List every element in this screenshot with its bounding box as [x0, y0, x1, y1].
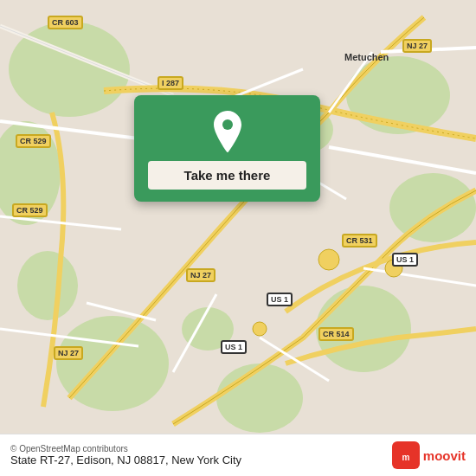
svg-point-7: [216, 363, 303, 433]
road-label-cr529a: CR 529: [16, 134, 51, 148]
bottom-bar: © OpenStreetMap contributors State RT-27…: [0, 434, 476, 476]
osm-credit: © OpenStreetMap contributors: [10, 444, 241, 453]
svg-point-27: [253, 322, 267, 336]
address-text: State RT-27, Edison, NJ 08817, New York …: [10, 453, 241, 466]
road-label-us1b: US 1: [267, 293, 293, 306]
take-me-there-button[interactable]: Take me there: [148, 161, 306, 190]
location-pin-icon: [211, 111, 244, 152]
svg-point-4: [389, 173, 476, 242]
bottom-left-info: © OpenStreetMap contributors State RT-27…: [10, 444, 241, 466]
road-label-cr603: CR 603: [48, 16, 83, 29]
location-card: Take me there: [134, 95, 320, 202]
road-label-cr514: CR 514: [318, 327, 354, 341]
map-container: CR 603 I 287 CR 529 CR 529 NJ 27 NJ 27 N…: [0, 0, 476, 476]
town-label-metuchen: Metuchen: [344, 52, 389, 62]
road-label-nj27c: NJ 27: [402, 39, 432, 53]
svg-point-28: [222, 119, 233, 130]
svg-text:m: m: [402, 453, 409, 462]
road-label-cr531: CR 531: [342, 234, 377, 248]
moovit-icon: m: [392, 441, 420, 469]
road-label-us1c: US 1: [221, 340, 247, 354]
road-label-us1a: US 1: [392, 253, 418, 267]
road-label-nj27b: NJ 27: [54, 346, 83, 360]
road-label-i287: I 287: [158, 76, 183, 90]
moovit-logo: m moovit: [392, 441, 466, 469]
moovit-text: moovit: [423, 448, 466, 463]
road-label-nj27a: NJ 27: [186, 268, 215, 282]
svg-point-8: [17, 251, 78, 320]
road-label-cr529b: CR 529: [12, 203, 48, 217]
svg-point-25: [318, 249, 339, 270]
